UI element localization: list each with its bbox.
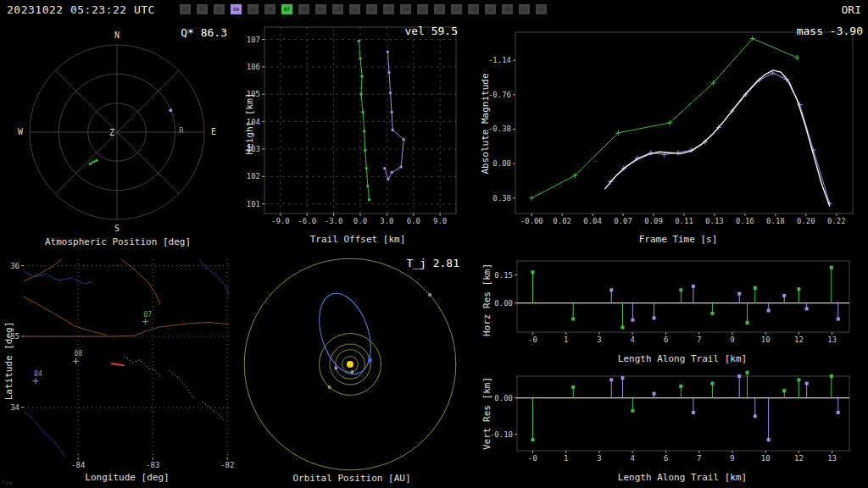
zenith-label: Z [109,128,114,137]
x-tick-label: -84 [71,461,85,469]
y-tick-label: -0.38 [488,125,511,133]
x-tick-label: 0.11 [675,217,693,225]
residual-marker [797,287,800,291]
x-tick-label: 13 [827,336,837,344]
station-box-03[interactable]: 03 [214,4,225,14]
q-value-annotation: Q* 86.3 [142,26,227,39]
station-marker-label: 08 [75,350,83,358]
residual-marker [830,374,833,378]
residual-marker [609,378,613,381]
residual-marker [754,414,757,418]
polar-spoke [55,132,117,194]
station-box-18[interactable]: 18 [468,4,479,14]
map-feature-river [24,411,64,458]
orbital-position-xlabel: Orbital Position [AU] [246,473,458,484]
x-tick-label: 9.0 [433,217,447,225]
station-box-13[interactable]: 13 [383,4,394,14]
y-tick-label: 0.00 [492,159,511,168]
station-box-04[interactable]: 04 [231,4,242,14]
station-box-10[interactable]: 10 [332,4,343,14]
station-04-marker [399,165,402,168]
station-box-01[interactable]: 01 [180,4,191,14]
map-feature-river [199,259,229,294]
station-07-marker [365,167,368,169]
plot-frame [517,376,849,451]
residual-marker [653,316,656,319]
y-tick-label: 102 [247,172,260,180]
station-box-20[interactable]: 20 [502,4,513,14]
mass-annotation: mass -3.90 [746,25,863,37]
x-tick-label: 4 [630,336,634,344]
orbital-position-chart [239,254,461,471]
residual-marker [737,374,741,378]
frame-time-xlabel: Frame Time [s] [500,234,856,245]
x-tick-label: 6 [664,454,668,463]
station-04-line [385,52,404,180]
station-04-line [610,73,830,203]
magnitude-ylabel: Absolute Magnitude [480,73,491,174]
station-04-marker [390,111,392,114]
atmos-xlabel: Atmospheric Position [deg] [0,236,236,247]
station-box-08[interactable]: 08 [298,4,309,14]
station-04-marker [391,129,393,131]
horizontal-residuals-chart: -01346791012130.150.00 [475,254,868,351]
station-07-marker [358,39,360,42]
station-box-14[interactable]: 14 [400,4,411,14]
map-feature-lake-shore [170,370,197,400]
x-tick-label: 3.0 [380,217,393,225]
y-tick-label: 107 [247,36,260,44]
station-04-marker [387,71,390,74]
x-tick-label: 6.0 [407,217,420,225]
map-feature-border [121,259,160,305]
x-tick-label: 13 [827,454,837,463]
y-tick-label: 36 [10,262,19,270]
model-fit-line [605,70,830,207]
station-box-19[interactable]: 19 [485,4,496,14]
residual-marker [805,382,809,385]
height-ylabel: Height [km] [244,93,255,155]
residual-marker [631,319,634,322]
station-box-07[interactable]: 07 [281,4,292,14]
station-box-22[interactable]: 22 [536,4,547,14]
station-box-05[interactable]: 05 [248,4,259,14]
x-tick-label: 0.18 [766,217,785,225]
station-07-marker [359,93,362,96]
y-tick-label: -0.10 [490,430,513,439]
light-curve-chart: -0.000.020.040.070.090.110.130.160.180.2… [475,19,868,232]
height-profile-chart: -9.0-6.0-3.00.03.06.09.01011021031041051… [239,19,461,232]
map-feature-lake-shore [203,402,225,421]
vertical-residuals-chart: -01346791012130.00-0.10 [475,369,868,469]
station-box-17[interactable]: 17 [451,4,462,14]
y-tick-label: -1.14 [488,56,511,64]
map-feature-border [24,259,62,281]
x-tick-label: -6.0 [298,217,316,225]
station-box-09[interactable]: 09 [315,4,326,14]
vert-length-xlabel: Length Along Trail [km] [509,472,856,483]
station-box-12[interactable]: 12 [366,4,377,14]
compass-label-S: S [114,224,120,233]
meteor-observation-dashboard: 20231022 05:23:22 UTC 010203040506070809… [0,0,868,488]
x-tick-label: 7 [697,336,701,344]
station-box-16[interactable]: 16 [434,4,445,14]
compass-label-W: W [18,127,24,136]
planet-mars [328,385,331,389]
station-box-15[interactable]: 15 [417,4,428,14]
residual-marker [837,411,840,414]
x-tick-label: -83 [146,461,159,469]
tisserand-annotation: T_j 2.81 [364,257,459,269]
planet-earth [368,358,372,363]
y-tick-label: 0.00 [494,394,513,402]
residual-marker [571,385,575,389]
station-box-02[interactable]: 02 [197,4,208,14]
residual-marker [754,286,757,290]
plot-frame [517,261,849,332]
station-box-21[interactable]: 21 [519,4,530,14]
station-indicator-row: 0102030405060708091011121314151617181920… [180,4,547,14]
station-box-11[interactable]: 11 [349,4,360,14]
latitude-ylabel: Latitude [deg] [3,322,14,401]
station-box-06[interactable]: 06 [264,4,275,14]
plot-frame [515,32,853,214]
status-bar: 20231022 05:23:22 UTC 010203040506070809… [0,0,868,19]
residual-marker [679,288,682,291]
residual-marker [631,409,634,413]
